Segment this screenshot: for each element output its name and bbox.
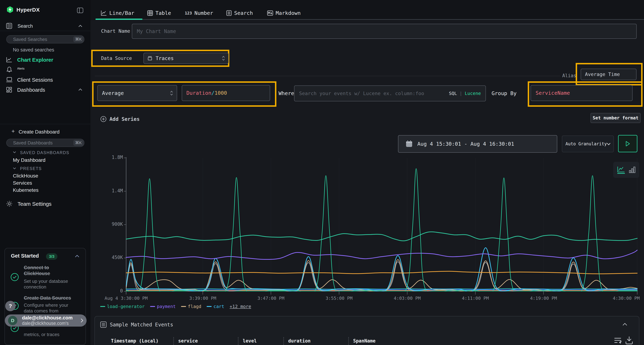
where-label: Where <box>278 85 294 101</box>
sidebar-item-preset-services[interactable]: Services <box>13 180 32 186</box>
get-started-title: Get Started <box>11 253 39 259</box>
download-icon[interactable] <box>625 336 633 345</box>
column-header-service[interactable]: service <box>178 338 198 344</box>
presets-header: PRESETS <box>20 166 42 171</box>
saved-dashboards-header: SAVED DASHBOARDS <box>20 150 70 155</box>
legend-label: flagd <box>188 304 201 309</box>
saved-dashboards-chevron-icon[interactable] <box>13 151 16 153</box>
aggregation-select[interactable]: Average <box>97 85 177 101</box>
sidebar-item-alerts[interactable]: Alerts <box>17 67 24 70</box>
dashboards-collapse-chevron-icon[interactable] <box>78 88 82 91</box>
archive-box-icon <box>148 56 152 61</box>
saved-dashboards-field[interactable] <box>13 140 73 146</box>
help-button[interactable]: ? <box>5 301 16 311</box>
get-started-item2-subtitle: Configure where your data comes from <box>24 302 72 314</box>
alias-input[interactable]: Average Time <box>581 69 636 80</box>
calendar-icon <box>406 140 413 147</box>
get-started-item1-title[interactable]: Connect to ClickHouse <box>24 265 61 277</box>
saved-searches-field[interactable] <box>13 36 73 42</box>
select-updown-icon <box>222 56 225 61</box>
sidebar-item-my-dashboard[interactable]: My Dashboard <box>13 157 46 163</box>
user-email: dale@clickhouse.com <box>22 315 80 321</box>
sql-toggle[interactable]: SQL <box>449 91 457 96</box>
timeseries-chart <box>124 156 640 296</box>
x-tick-label: 3:55:00 PM <box>326 296 352 301</box>
data-source-select[interactable]: Traces <box>144 53 228 64</box>
events-column: SpanName <box>348 337 424 345</box>
granularity-select[interactable]: Auto Granularity <box>562 135 614 152</box>
shortcut-badge: ⌘K <box>73 140 84 146</box>
sample-events-title: Sample Matched Events <box>110 322 173 328</box>
lucene-toggle[interactable]: Lucene <box>465 91 481 96</box>
legend-more-link[interactable]: +12 more <box>230 304 251 309</box>
group-by-input[interactable]: ServiceName <box>530 85 632 101</box>
run-query-button[interactable] <box>618 135 638 152</box>
saved-dashboards-input[interactable]: ⌘K <box>6 139 84 147</box>
document-list-icon <box>226 10 232 16</box>
get-started-item1-subtitle: Set up your database connection <box>24 278 74 290</box>
sample-events-panel: Sample Matched Events Timestamp (Local)s… <box>94 316 639 345</box>
sidebar-item-team-settings[interactable]: Team Settings <box>18 201 52 207</box>
x-tick-label: Aug 4 3:30:00 PM <box>105 296 148 301</box>
search-collapse-chevron-icon[interactable] <box>78 25 82 27</box>
wrap-lines-icon[interactable] <box>614 337 622 345</box>
get-started-progress-badge: 3/3 <box>46 253 58 260</box>
sidebar-item-chart-explorer[interactable]: Chart Explorer <box>17 57 53 63</box>
legend-item-cart[interactable]: cart <box>206 304 224 309</box>
chart-type-tabbar: Line/Bar Table 123 Number Search Markdow… <box>90 0 644 20</box>
column-header-SpanName[interactable]: SpanName <box>353 338 376 344</box>
events-column: level <box>238 337 283 345</box>
tab-markdown[interactable]: Markdown <box>267 10 301 16</box>
sidebar-item-preset-kubernetes[interactable]: Kubernetes <box>13 187 38 193</box>
create-dashboard-button[interactable]: Create Dashboard <box>18 129 60 135</box>
tab-table[interactable]: Table <box>147 10 171 16</box>
get-started-collapse-chevron-icon[interactable] <box>75 255 79 257</box>
tab-line-bar[interactable]: Line/Bar <box>101 10 134 16</box>
x-tick-label: 3:47:00 PM <box>258 296 284 301</box>
presets-chevron-icon[interactable] <box>13 167 16 169</box>
chevron-down-icon <box>607 143 610 145</box>
user-menu[interactable]: D dale@clickhouse.com dale@clickhouse.co… <box>5 315 86 327</box>
chart-name-input[interactable] <box>132 24 637 39</box>
plus-icon: + <box>12 128 15 135</box>
saved-searches-input[interactable]: ⌘K <box>6 35 84 43</box>
sidebar-item-dashboards[interactable]: Dashboards <box>17 87 45 93</box>
column-header-level[interactable]: level <box>243 338 257 344</box>
chart-name-label: Chart Name <box>101 28 130 34</box>
tab-search[interactable]: Search <box>226 10 253 16</box>
events-table-header: Timestamp (Local)serviceleveldurationSpa… <box>108 337 424 345</box>
legend-item-load-generator[interactable]: load-generator <box>100 304 145 309</box>
events-column: duration <box>283 337 348 345</box>
where-input[interactable]: Search your events w/ Lucene ex. column:… <box>294 85 486 101</box>
get-started-panel: Get Started 3/3 Connect to ClickHouse Se… <box>4 248 86 345</box>
legend-dash <box>150 306 155 307</box>
legend-item-payment[interactable]: payment <box>150 304 176 309</box>
hyperdx-app: HyperDX Search ⌘K No saved searches Char… <box>0 0 644 345</box>
search-section-icon <box>6 23 12 29</box>
add-series-button[interactable]: Add Series <box>100 116 140 122</box>
get-started-item2-title[interactable]: Create Data Sources <box>24 295 83 301</box>
check-circle-icon <box>11 273 18 281</box>
field-expression-input[interactable]: Duration/1000 <box>182 85 270 101</box>
tab-number[interactable]: 123 Number <box>185 10 213 16</box>
sidebar-item-search[interactable]: Search <box>18 23 33 29</box>
sidebar-collapse-icon[interactable] <box>77 7 83 13</box>
date-range-input[interactable]: Aug 4 15:30:01 - Aug 4 16:30:01 <box>398 135 557 153</box>
column-header-Timestamp (Local)[interactable]: Timestamp (Local) <box>111 338 158 344</box>
sidebar-item-client-sessions[interactable]: Client Sessions <box>17 77 53 83</box>
x-tick-label: 3:39:00 PM <box>189 296 216 301</box>
set-number-format-button[interactable]: Set number format <box>590 113 640 123</box>
legend-item-flagd[interactable]: flagd <box>181 304 201 309</box>
x-tick-label: 4:30:00 PM <box>613 296 640 301</box>
collapse-panel-chevron-icon[interactable] <box>622 323 627 326</box>
y-tick-label: 0 <box>100 288 123 294</box>
y-tick-label: 900K <box>100 222 123 227</box>
events-column: Timestamp (Local) <box>108 337 173 345</box>
active-tab-underline <box>96 18 142 20</box>
x-tick-label: 4:19:00 PM <box>530 296 557 301</box>
column-header-duration[interactable]: duration <box>288 338 310 344</box>
select-updown-icon <box>170 91 173 96</box>
sidebar-item-preset-clickhouse[interactable]: ClickHouse <box>13 173 38 179</box>
group-by-label: Group By <box>492 85 517 101</box>
legend-dash <box>100 306 105 307</box>
